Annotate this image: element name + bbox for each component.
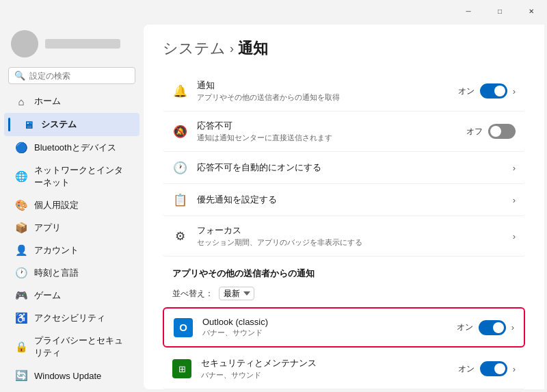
focus-title: フォーカス xyxy=(197,224,503,237)
outlook-subtitle: バナー、サウンド xyxy=(202,328,447,338)
gaming-label: ゲーム xyxy=(34,289,129,302)
priority-icon: 📋 xyxy=(172,192,187,207)
close-button[interactable]: ✕ xyxy=(516,0,547,22)
security-status: オン xyxy=(458,363,475,375)
auto-dnd-right: › xyxy=(513,163,516,173)
setting-rows: 🔔 通知 アプリやその他の送信者からの通知を取得 オン› 🔕 応答不可 通知は通… xyxy=(163,71,525,257)
outlook-chevron: › xyxy=(511,322,514,332)
sidebar-item-time[interactable]: 🕐 時刻と言語 xyxy=(4,262,139,284)
notifications-content: 通知 アプリやその他の送信者からの通知を取得 xyxy=(197,79,449,103)
focus-subtitle: セッション期間、アプリのバッジを非表示にする xyxy=(197,237,503,248)
personalize-icon: 🎨 xyxy=(15,199,27,211)
sidebar-item-accounts[interactable]: 👤 アカウント xyxy=(4,239,139,261)
accessibility-icon: ♿ xyxy=(15,312,27,324)
outlook-status: オン xyxy=(457,322,473,333)
priority-title: 優先通知を設定する xyxy=(197,194,503,206)
breadcrumb-current: 通知 xyxy=(238,38,268,59)
search-box[interactable]: 🔍 xyxy=(8,67,135,84)
app-row-outlook[interactable]: O Outlook (classic) バナー、サウンド オン › xyxy=(163,307,525,348)
setting-row-focus[interactable]: ⚙ フォーカス セッション期間、アプリのバッジを非表示にする › xyxy=(163,216,525,257)
sidebar-item-network[interactable]: 🌐 ネットワークとインターネット xyxy=(4,159,139,194)
accessibility-label: アクセシビリティ xyxy=(34,312,129,324)
outlook-icon: O xyxy=(174,318,193,337)
notifications-icon: 🔔 xyxy=(172,83,187,99)
search-icon: 🔍 xyxy=(14,70,25,81)
system-label: システム xyxy=(41,118,129,131)
breadcrumb-parent: システム xyxy=(163,38,226,59)
security-title: セキュリティとメンテナンス xyxy=(201,357,449,369)
sidebar-item-privacy[interactable]: 🔒 プライバシーとセキュリティ xyxy=(4,330,139,364)
security-toggle[interactable] xyxy=(480,361,507,376)
avatar xyxy=(11,30,38,57)
notifications-right: オン› xyxy=(458,83,516,99)
setting-row-notifications[interactable]: 🔔 通知 アプリやその他の送信者からの通知を取得 オン› xyxy=(163,71,525,112)
bluetooth-label: Bluetoothとデバイス xyxy=(34,142,129,154)
setting-row-dnd[interactable]: 🔕 応答不可 通知は通知センターに直接送信されます オフ xyxy=(163,112,525,152)
notifications-toggle[interactable] xyxy=(480,83,507,99)
notifications-subtitle: アプリやその他の送信者からの通知を取得 xyxy=(197,92,449,103)
bluetooth-icon: 🔵 xyxy=(15,142,27,154)
auto-dnd-icon: 🕐 xyxy=(172,160,187,175)
system-icon: 🖥 xyxy=(22,118,34,131)
sidebar: 🔍 ⌂ ホーム 🖥 システム 🔵 Bluetoothとデバイス 🌐 ネットワーク… xyxy=(0,22,144,392)
dnd-right: オフ xyxy=(466,124,516,139)
sort-row: 並べ替え： 最新 名前 xyxy=(163,284,525,306)
setting-row-priority[interactable]: 📋 優先通知を設定する › xyxy=(163,184,525,216)
gaming-icon: 🎮 xyxy=(15,289,27,302)
privacy-label: プライバシーとセキュリティ xyxy=(34,335,129,359)
app-section-title: アプリやその他の送信者からの通知 xyxy=(163,267,525,280)
security-right: オン › xyxy=(458,361,516,376)
apps-icon: 📦 xyxy=(15,222,27,234)
dnd-icon: 🔕 xyxy=(172,124,187,139)
auto-dnd-title: 応答不可を自動的にオンにする xyxy=(197,161,503,174)
sort-select[interactable]: 最新 名前 xyxy=(219,287,254,300)
accounts-icon: 👤 xyxy=(15,244,27,257)
app-row-security[interactable]: ⊞ セキュリティとメンテナンス バナー、サウンド オン › xyxy=(163,349,525,389)
priority-right: › xyxy=(513,195,516,205)
windows-update-label: Windows Update xyxy=(34,371,129,381)
outlook-right: オン › xyxy=(457,320,514,335)
outlook-content: Outlook (classic) バナー、サウンド xyxy=(202,317,447,338)
sidebar-item-home[interactable]: ⌂ ホーム xyxy=(4,90,139,112)
profile-name xyxy=(45,39,120,49)
dnd-toggle[interactable] xyxy=(488,124,516,139)
focus-content: フォーカス セッション期間、アプリのバッジを非表示にする xyxy=(197,224,503,248)
windows-update-icon: 🔄 xyxy=(15,369,27,382)
maximize-button[interactable]: □ xyxy=(484,0,516,22)
app-container: 🔍 ⌂ ホーム 🖥 システム 🔵 Bluetoothとデバイス 🌐 ネットワーク… xyxy=(0,22,547,392)
outlook-toggle[interactable] xyxy=(479,320,506,335)
security-subtitle: バナー、サウンド xyxy=(201,370,449,380)
minimize-button[interactable]: ─ xyxy=(453,0,484,22)
sidebar-item-bluetooth[interactable]: 🔵 Bluetoothとデバイス xyxy=(4,137,139,159)
auto-dnd-chevron: › xyxy=(513,163,516,173)
titlebar: ─ □ ✕ xyxy=(0,0,547,22)
privacy-icon: 🔒 xyxy=(15,341,27,353)
time-icon: 🕐 xyxy=(15,267,27,279)
time-label: 時刻と言語 xyxy=(34,267,129,279)
dnd-status: オフ xyxy=(466,126,483,138)
breadcrumb-separator: › xyxy=(230,42,234,56)
network-icon: 🌐 xyxy=(15,170,27,183)
priority-content: 優先通知を設定する xyxy=(197,194,503,206)
sidebar-item-accessibility[interactable]: ♿ アクセシビリティ xyxy=(4,307,139,329)
security-content: セキュリティとメンテナンス バナー、サウンド xyxy=(201,357,449,380)
sidebar-item-system[interactable]: 🖥 システム xyxy=(4,113,139,136)
focus-right: › xyxy=(513,231,516,241)
sidebar-item-apps[interactable]: 📦 アプリ xyxy=(4,217,139,239)
nav-items: ⌂ ホーム 🖥 システム 🔵 Bluetoothとデバイス 🌐 ネットワークとイ… xyxy=(0,90,144,387)
sidebar-item-windows-update[interactable]: 🔄 Windows Update xyxy=(4,365,139,387)
apps-label: アプリ xyxy=(34,222,129,234)
notifications-title: 通知 xyxy=(197,79,449,92)
setting-row-auto-dnd[interactable]: 🕐 応答不可を自動的にオンにする › xyxy=(163,152,525,184)
sort-label: 並べ替え： xyxy=(172,288,213,300)
security-icon: ⊞ xyxy=(172,359,191,378)
personalize-label: 個人用設定 xyxy=(34,199,129,211)
sidebar-item-gaming[interactable]: 🎮 ゲーム xyxy=(4,285,139,306)
home-icon: ⌂ xyxy=(15,95,27,107)
focus-icon: ⚙ xyxy=(172,228,187,244)
search-input[interactable] xyxy=(29,71,132,81)
sidebar-item-personalize[interactable]: 🎨 個人用設定 xyxy=(4,194,139,216)
profile-section xyxy=(0,22,144,64)
home-label: ホーム xyxy=(34,95,129,107)
dnd-title: 応答不可 xyxy=(197,120,457,132)
